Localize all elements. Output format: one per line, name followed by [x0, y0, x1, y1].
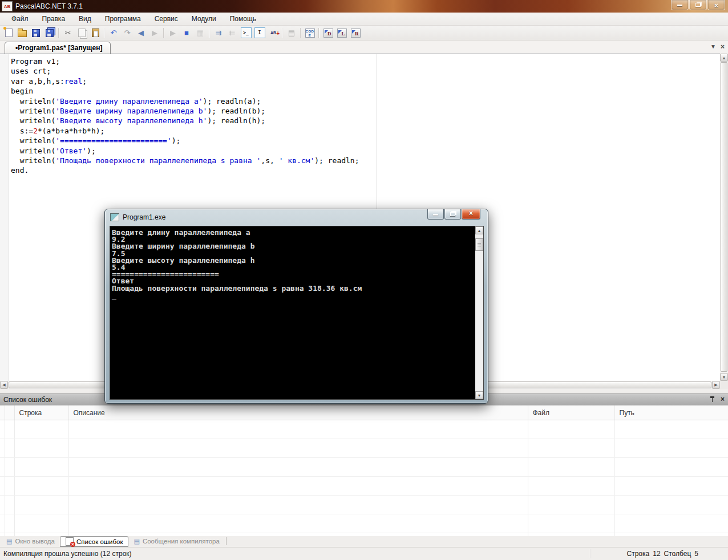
- code-line: Program v1;: [11, 56, 359, 66]
- goto-realization-button[interactable]: R: [349, 27, 362, 39]
- error-panel-close-icon[interactable]: ×: [721, 396, 725, 403]
- menu-program[interactable]: Программа: [98, 13, 148, 25]
- error-row: [0, 439, 728, 458]
- toolbar-separator: [282, 28, 283, 38]
- scroll-left-button[interactable]: ◀: [0, 381, 8, 389]
- menu-help[interactable]: Помощь: [223, 13, 263, 25]
- console-line: Введите ширину параллелепипеда b: [112, 243, 362, 250]
- save-all-button[interactable]: [43, 27, 56, 39]
- code-line: uses crt;: [11, 66, 359, 76]
- tab-compiler-messages[interactable]: ▤ Сообщения компилятора: [128, 536, 224, 546]
- new-file-icon: [5, 29, 13, 37]
- console-line: _: [112, 292, 362, 299]
- compilation-status: Компиляция прошла успешно (12 строк): [0, 550, 132, 558]
- console-close-button[interactable]: ×: [462, 209, 480, 220]
- code-line: writeln('========================');: [11, 136, 359, 145]
- scroll-right-button[interactable]: ▶: [712, 381, 720, 389]
- toolbar-separator: [209, 28, 210, 38]
- column-header-blank2[interactable]: [5, 405, 14, 420]
- format-code-button[interactable]: ⇉: [212, 27, 225, 39]
- outline-button[interactable]: ▤: [285, 27, 298, 39]
- toolbar-separator: [163, 28, 164, 38]
- save-button[interactable]: [30, 27, 42, 39]
- next-bookmark-button[interactable]: ▶: [148, 27, 161, 39]
- code-templates-button[interactable]: CODE: [304, 27, 316, 39]
- abc-plus-icon: AB: [270, 31, 276, 35]
- prev-bookmark-button[interactable]: ◀: [135, 27, 147, 39]
- cut-icon: ✂: [65, 29, 71, 36]
- column-header-path[interactable]: Путь: [614, 405, 728, 420]
- goto-definition-button[interactable]: D: [322, 27, 334, 39]
- editor-vertical-scrollbar[interactable]: ▲ ▼: [720, 54, 728, 381]
- redo-button[interactable]: ↷: [121, 27, 134, 39]
- step-button[interactable]: ▦: [194, 27, 207, 39]
- console-scroll-thumb[interactable]: [475, 238, 483, 251]
- error-row: [0, 514, 728, 533]
- paste-button[interactable]: [89, 27, 102, 39]
- run-button[interactable]: ▶: [167, 27, 179, 39]
- menu-file[interactable]: Файл: [5, 13, 35, 25]
- editor-gutter: [0, 54, 9, 381]
- open-file-button[interactable]: [16, 27, 29, 39]
- bottom-tab-bar: ▤ Окно вывода ✕ Список ошибок ▤ Сообщени…: [0, 536, 728, 547]
- console-window[interactable]: Program1.exe × Введите длину параллелепи…: [104, 209, 488, 404]
- undo-button[interactable]: ↶: [107, 27, 120, 39]
- minimize-button[interactable]: [671, 0, 689, 10]
- tab-close-button[interactable]: ×: [721, 43, 725, 51]
- close-button[interactable]: ×: [707, 0, 725, 10]
- unformat-code-button[interactable]: ⇇: [226, 27, 238, 39]
- copy-icon: [78, 29, 86, 37]
- tab-list-dropdown[interactable]: ▼: [710, 43, 716, 51]
- scrollbar-corner: [720, 381, 728, 389]
- close-icon: ×: [714, 2, 718, 10]
- open-folder-icon: [18, 30, 27, 37]
- console-scroll-up[interactable]: ▲: [475, 226, 483, 234]
- error-panel-title: Список ошибок: [3, 396, 52, 404]
- scroll-down-button[interactable]: ▼: [720, 373, 728, 381]
- redo-icon: ↷: [124, 29, 131, 36]
- abc-plus-button[interactable]: AB: [267, 27, 280, 39]
- column-header-file[interactable]: Файл: [528, 405, 614, 420]
- goto-library-button[interactable]: L: [335, 27, 348, 39]
- menu-edit[interactable]: Правка: [35, 13, 72, 25]
- restore-icon: [695, 3, 701, 7]
- console-minimize-button[interactable]: [427, 209, 444, 220]
- column-header-blank[interactable]: [0, 405, 5, 420]
- new-file-button[interactable]: [2, 27, 15, 39]
- console-restore-button[interactable]: [444, 209, 461, 220]
- copy-button[interactable]: [75, 27, 88, 39]
- console-line: Введите высоту параллелепипеда h: [112, 257, 362, 264]
- menu-view[interactable]: Вид: [72, 13, 98, 25]
- window-titlebar[interactable]: AB PascalABC.NET 3.7.1 ×: [0, 0, 728, 13]
- console-titlebar[interactable]: Program1.exe ×: [105, 209, 488, 225]
- toolbar-separator: [58, 28, 59, 38]
- cut-button[interactable]: ✂: [62, 27, 74, 39]
- tab-error-list[interactable]: ✕ Список ошибок: [60, 536, 129, 547]
- code-area[interactable]: Program v1;uses crt;var a,b,h,s:real;beg…: [11, 56, 359, 176]
- console-app-icon: [110, 213, 119, 221]
- vertical-scroll-thumb[interactable]: [721, 62, 727, 372]
- code-icon: CODE: [305, 29, 315, 38]
- minimize-icon: [677, 5, 682, 6]
- status-bar: Компиляция прошла успешно (12 строк) Стр…: [0, 547, 728, 560]
- tab-program1[interactable]: •Program1.pas* [Запущен]: [5, 42, 111, 54]
- menu-service[interactable]: Сервис: [148, 13, 185, 25]
- menu-modules[interactable]: Модули: [185, 13, 223, 25]
- console-toggle-button[interactable]: >_: [240, 27, 252, 39]
- stop-button[interactable]: ■: [180, 27, 193, 39]
- line-value: 12: [653, 550, 660, 558]
- console-scrollbar[interactable]: ▲ ▼: [475, 226, 483, 399]
- restore-button[interactable]: [689, 0, 707, 10]
- scroll-up-button[interactable]: ▲: [720, 54, 728, 62]
- console-line: Введите длину параллелепипеда a: [112, 229, 362, 236]
- toolbar-separator: [318, 28, 319, 38]
- letter-d-icon: D: [323, 29, 333, 38]
- error-list-icon: ✕: [66, 537, 74, 546]
- column-header-description[interactable]: Описание: [68, 405, 528, 420]
- column-header-line[interactable]: Строка: [14, 405, 68, 420]
- console-scroll-down[interactable]: ▼: [475, 391, 483, 399]
- tab-output-window[interactable]: ▤ Окно вывода: [1, 536, 60, 546]
- pin-icon[interactable]: [710, 396, 715, 403]
- cursor-toggle-button[interactable]: I: [253, 27, 266, 39]
- cursor-toggle-icon: I: [254, 27, 265, 38]
